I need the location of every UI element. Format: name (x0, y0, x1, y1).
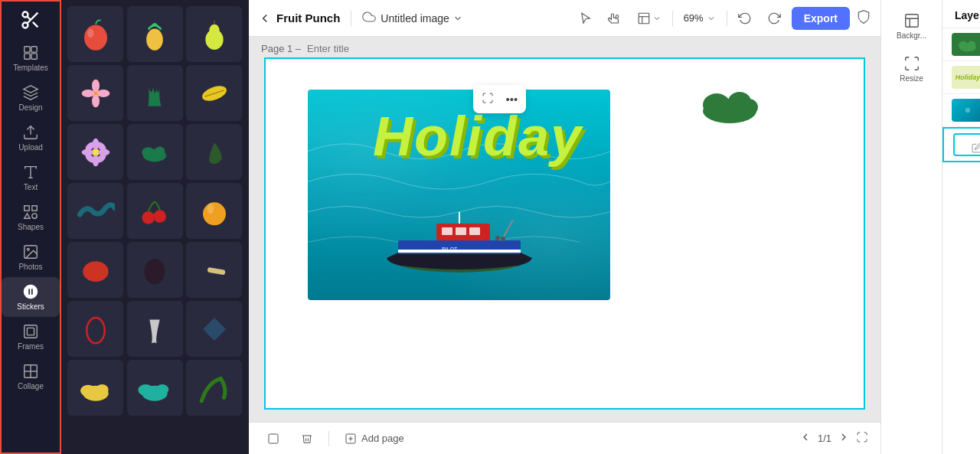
svg-point-51 (207, 204, 214, 214)
project-title: Fruit Punch (276, 11, 340, 24)
svg-point-61 (138, 384, 153, 396)
sticker-diamond[interactable] (186, 301, 242, 357)
main-area: Fruit Punch Untitled image (249, 0, 880, 454)
resize-canvas-btn[interactable] (476, 88, 499, 110)
sidebar-item-stickers[interactable]: Stickers (2, 277, 60, 317)
prev-page-btn[interactable] (799, 431, 812, 446)
stickers-grid (67, 6, 243, 416)
layer-thumb-empty (953, 133, 980, 156)
sidebar-item-text[interactable]: Text (2, 158, 60, 198)
svg-marker-15 (24, 214, 30, 218)
page-count: 1/1 (818, 433, 831, 444)
topbar-left: Fruit Punch Untitled image (258, 10, 568, 27)
svg-point-30 (92, 79, 100, 92)
sticker-cone[interactable] (127, 301, 183, 357)
sticker-swoosh-green[interactable] (186, 360, 242, 416)
sticker-chili[interactable] (186, 124, 242, 180)
sidebar-item-upload[interactable]: Upload (2, 118, 60, 158)
svg-point-80 (740, 99, 758, 116)
resize-btn[interactable]: Resize (887, 49, 936, 89)
svg-point-25 (146, 28, 163, 50)
layer-item-empty[interactable] (942, 127, 980, 162)
left-sidebar: Templates Design Upload Text (0, 0, 61, 454)
sticker-orange[interactable] (186, 183, 242, 239)
sidebar-item-frames[interactable]: Frames (2, 317, 60, 357)
sticker-cloud-teal[interactable] (127, 360, 183, 416)
top-bar: Fruit Punch Untitled image (249, 0, 880, 37)
sticker-wave[interactable] (67, 183, 123, 239)
layer-item-cloud[interactable] (942, 28, 980, 61)
layers-panel: Layers Holiday (942, 0, 980, 454)
sticker-flower-pink[interactable] (67, 65, 123, 121)
sidebar-item-collage[interactable]: Collage (2, 357, 60, 397)
sticker-oval-outline[interactable] (67, 301, 123, 357)
page-title-input[interactable] (307, 43, 436, 54)
sticker-blob-dark[interactable] (127, 242, 183, 298)
undo-button[interactable] (733, 8, 756, 28)
sticker-grass[interactable] (127, 65, 183, 121)
export-button[interactable]: Export (792, 7, 850, 30)
svg-point-17 (27, 248, 29, 250)
app-logo[interactable] (18, 8, 43, 32)
sticker-blob-red[interactable] (67, 242, 123, 298)
svg-line-3 (33, 22, 38, 27)
holiday-text[interactable]: Holiday (373, 105, 583, 168)
redo-button[interactable] (763, 8, 786, 28)
svg-point-50 (203, 202, 226, 225)
sidebar-item-photos[interactable]: Photos (2, 237, 60, 277)
sticker-pineapple[interactable] (127, 6, 183, 62)
sticker-cherries[interactable] (127, 183, 183, 239)
sidebar-item-shapes[interactable]: Shapes (2, 198, 60, 237)
sticker-stick[interactable] (186, 242, 242, 298)
layers-title: Layers (942, 0, 980, 28)
back-button[interactable] (258, 11, 272, 25)
topbar-right: 69% Export (574, 7, 871, 30)
canvas-area: Page 1 – ••• (249, 37, 880, 422)
svg-rect-8 (31, 54, 37, 59)
svg-rect-19 (27, 328, 34, 335)
page-label-bar: Page 1 – (249, 37, 880, 57)
svg-point-33 (96, 90, 109, 97)
layer-item-photo[interactable] (942, 94, 980, 127)
sticker-leaf-yellow[interactable] (186, 65, 242, 121)
svg-rect-54 (207, 266, 225, 275)
svg-point-87 (959, 41, 968, 49)
sticker-cloud-yellow[interactable] (67, 360, 123, 416)
svg-rect-18 (24, 325, 38, 338)
svg-point-62 (156, 384, 169, 394)
svg-point-46 (142, 147, 155, 157)
canvas-float-toolbar: ••• (473, 85, 527, 113)
hand-tool[interactable] (603, 8, 626, 28)
page-thumbnail-btn[interactable] (261, 430, 286, 448)
zoom-control[interactable]: 69% (679, 9, 720, 27)
svg-point-31 (92, 94, 100, 107)
sticker-apple[interactable] (67, 6, 123, 62)
layer-thumb-holiday: Holiday (952, 66, 980, 89)
svg-point-59 (96, 384, 109, 394)
svg-point-52 (83, 261, 108, 282)
background-btn[interactable]: Backgr... (887, 6, 936, 46)
add-page-button[interactable]: Add page (338, 430, 410, 448)
svg-point-0 (23, 12, 28, 18)
sticker-flower-purple[interactable] (67, 124, 123, 180)
fit-to-screen-btn[interactable] (856, 431, 868, 446)
next-page-btn[interactable] (838, 431, 850, 446)
page-label: Page 1 – (261, 43, 301, 54)
svg-point-32 (81, 90, 94, 97)
more-options-btn[interactable]: ••• (501, 88, 524, 110)
layer-item-holiday[interactable]: Holiday (942, 61, 980, 94)
layout-tool[interactable] (632, 8, 666, 28)
cloud-sticker-element[interactable] (695, 82, 764, 127)
svg-rect-63 (639, 13, 649, 24)
sidebar-item-templates[interactable]: Templates (2, 38, 60, 78)
cursor-tool[interactable] (574, 8, 597, 28)
canvas-frame[interactable]: PILOT Holiday (264, 57, 865, 410)
file-name[interactable]: Untitled image (381, 12, 463, 24)
svg-point-53 (145, 259, 165, 284)
svg-point-24 (87, 28, 93, 38)
sticker-cloud-green[interactable] (127, 124, 183, 180)
sidebar-item-design[interactable]: Design (2, 78, 60, 118)
sticker-pear[interactable] (186, 6, 242, 62)
delete-btn[interactable] (295, 430, 319, 448)
svg-rect-69 (442, 227, 452, 235)
